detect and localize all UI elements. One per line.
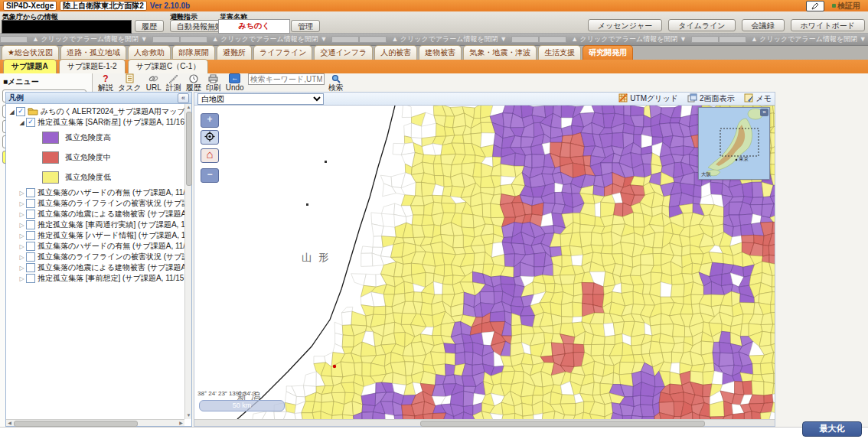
計測-tool[interactable]: 計測 bbox=[166, 73, 181, 92]
home-icon[interactable]: ⌂ bbox=[201, 148, 219, 163]
memo-button[interactable]: メモ bbox=[744, 93, 772, 104]
legend-root-row[interactable]: ◢✓みちのくALERT2024_サブ課題A用マップ bbox=[8, 106, 184, 117]
scroll-up-icon[interactable]: ▲ bbox=[185, 104, 192, 111]
search-input[interactable] bbox=[248, 73, 325, 85]
tab-1[interactable]: ★総合状況図 bbox=[2, 45, 59, 60]
legend-layer-row-3[interactable]: ▷孤立集落の地震による建物被害 (サブ課題A, 11/16 10:00時点) bbox=[8, 209, 184, 220]
scroll-left-icon[interactable]: ◀ bbox=[6, 420, 13, 427]
URL-tool[interactable]: URL bbox=[146, 73, 162, 92]
overview-map[interactable]: 東京 大阪 » bbox=[698, 107, 770, 180]
maximize-button[interactable]: 最大化 bbox=[802, 421, 862, 437]
timeline-button[interactable]: タイムライン bbox=[668, 19, 735, 31]
caret-closed-icon[interactable]: ▷ bbox=[18, 265, 25, 272]
印刷-tool[interactable]: 印刷 bbox=[206, 73, 221, 92]
caret-closed-icon[interactable]: ▷ bbox=[18, 243, 25, 250]
tool-label: 印刷 bbox=[206, 84, 221, 92]
pencil-icon[interactable] bbox=[806, 1, 824, 11]
caret-closed-icon[interactable]: ▷ bbox=[18, 275, 25, 282]
alarm-toggle[interactable]: ▲ クリックでアラーム情報を開閉 ▼ bbox=[539, 34, 719, 44]
zoom-out-button[interactable]: − bbox=[201, 168, 219, 183]
alarm-toggle-label: ▲ クリックでアラーム情報を開閉 ▼ bbox=[391, 34, 507, 44]
tab-9[interactable]: 建物被害 bbox=[419, 45, 462, 60]
caret-closed-icon[interactable]: ▷ bbox=[18, 190, 25, 197]
legend-layer-row-2[interactable]: ▷孤立集落のライフラインの被害状況 (サブ課題A, 11/16 10:00時点) bbox=[8, 198, 184, 209]
tab-11[interactable]: 生活支援 bbox=[538, 45, 581, 60]
tab-12[interactable]: 研究開発用 bbox=[582, 45, 633, 60]
legend-layer-row-6[interactable]: ▷孤立集落のハザードの有無 (サブ課題A, 11/15 10:00時点) bbox=[8, 241, 184, 252]
解説-tool[interactable]: ?解説 bbox=[98, 73, 113, 92]
tab-2[interactable]: 道路・孤立地域 bbox=[60, 45, 126, 60]
risk-swatch-3 bbox=[42, 171, 59, 184]
legend-layer-row-8[interactable]: ▷孤立集落の地震による建物被害 (サブ課題A, 11/15 10:00時点) bbox=[8, 262, 184, 273]
legend-layer-row-1[interactable]: ▷孤立集落のハザードの有無 (サブ課題A, 11/16 10:00時点) bbox=[8, 187, 184, 198]
legend-layer-row-4[interactable]: ▷推定孤立集落 [車両通行実績] (サブ課題A, 11/15 14:00時点) bbox=[8, 220, 184, 230]
caret-open-icon[interactable]: ◢ bbox=[8, 109, 15, 115]
legend-layer-row-7[interactable]: ▷孤立集落のライフラインの被害状況 (サブ課題A, 11/15 10:00時点) bbox=[8, 252, 184, 262]
checkbox-unchecked[interactable] bbox=[26, 220, 35, 229]
checkbox-checked[interactable]: ✓ bbox=[26, 118, 35, 127]
legend-layer-row-5[interactable]: ▷推定孤立集落 [ハザード情報] (サブ課題A, 11/15 10:00時点) bbox=[8, 230, 184, 241]
tab-7[interactable]: 交通インフラ bbox=[314, 45, 373, 60]
タスク-tool[interactable]: タスク bbox=[118, 73, 142, 92]
checkbox-unchecked[interactable] bbox=[26, 231, 35, 240]
disaster-name: みちのくALERT2024 bbox=[218, 19, 290, 34]
scroll-right-icon[interactable]: ▶ bbox=[178, 420, 184, 427]
legend-layer-row-9[interactable]: ▷推定孤立集落 [事前想定] (サブ課題A, 11/15 10:00時点) bbox=[8, 273, 184, 284]
alarm-toggle[interactable]: ▲ クリックでアラーム情報を開閉 ▼ bbox=[719, 34, 868, 44]
map-canvas[interactable]: 山形 + ⌂ − 38° 24' 23″ 139° 34' 3″ 新潟 50 k… bbox=[194, 106, 775, 419]
checkbox-unchecked[interactable] bbox=[26, 242, 35, 251]
legend-layer-label: 推定孤立集落 [車両通行実績] (サブ課題A, 11/15 14:00時点) bbox=[38, 220, 184, 230]
locate-icon[interactable] bbox=[201, 130, 219, 145]
app-name: SIP4D-Xedge bbox=[3, 1, 57, 11]
history-button[interactable]: 履歴 bbox=[135, 20, 164, 32]
tab-10[interactable]: 気象・地震・津波 bbox=[463, 45, 537, 60]
checkbox-unchecked[interactable] bbox=[26, 274, 35, 283]
tab-3[interactable]: 人命救助 bbox=[128, 45, 171, 60]
caret-closed-icon[interactable]: ▷ bbox=[18, 200, 25, 207]
tab-6[interactable]: ライフライン bbox=[253, 45, 312, 60]
utm-grid-button[interactable]: UTMグリッド bbox=[618, 93, 678, 104]
legend-horizontal-scrollbar[interactable]: ◀ ▶ bbox=[6, 419, 184, 426]
legend-vscroll-thumb[interactable] bbox=[186, 112, 192, 186]
alarm-toggle[interactable]: ▲ クリックでアラーム情報を開閉 ▼ bbox=[0, 34, 180, 44]
caret-closed-icon[interactable]: ▷ bbox=[18, 211, 25, 218]
zoom-in-button[interactable]: + bbox=[201, 113, 219, 128]
subtab-2[interactable]: サブ課題E-1-2 bbox=[59, 59, 126, 73]
legend-active-layer-row[interactable]: ◢✓推定孤立集落 [SAR衛星] (サブ課題A, 11/16 10:00時点) bbox=[8, 117, 184, 128]
subtab-1[interactable]: サブ課題A bbox=[3, 59, 57, 73]
map-horizontal-scrollbar[interactable] bbox=[194, 419, 775, 426]
Undo-tool[interactable]: ←Undo bbox=[226, 73, 244, 92]
checkbox-unchecked[interactable] bbox=[26, 252, 35, 262]
overview-collapse-button[interactable]: » bbox=[760, 109, 768, 116]
legend-hscroll-thumb[interactable] bbox=[14, 421, 138, 427]
checkbox-checked[interactable]: ✓ bbox=[16, 107, 25, 116]
tab-5[interactable]: 避難所 bbox=[217, 45, 252, 60]
basemap-select[interactable]: 白地図 bbox=[197, 93, 324, 105]
caret-closed-icon[interactable]: ▷ bbox=[18, 233, 25, 239]
legend-vertical-scrollbar[interactable]: ▲ ▼ bbox=[184, 104, 191, 419]
caret-closed-icon[interactable]: ▷ bbox=[18, 254, 25, 261]
履歴-tool[interactable]: 履歴 bbox=[186, 73, 201, 92]
caret-closed-icon[interactable]: ▷ bbox=[18, 222, 25, 229]
alarm-toggle[interactable]: ▲ クリックでアラーム情報を開閉 ▼ bbox=[180, 34, 360, 44]
whiteboard-button[interactable]: ホワイトボード bbox=[791, 19, 865, 31]
legend-collapse-button[interactable]: « bbox=[178, 93, 189, 103]
tab-4[interactable]: 部隊展開 bbox=[172, 45, 215, 60]
messenger-button[interactable]: メッセンジャー bbox=[588, 19, 662, 31]
tab-8[interactable]: 人的被害 bbox=[374, 45, 417, 60]
checkbox-unchecked[interactable] bbox=[26, 188, 35, 197]
minutes-button[interactable]: 会議録 bbox=[742, 19, 785, 31]
scroll-down-icon[interactable]: ▼ bbox=[185, 412, 192, 419]
dual-view-button[interactable]: 2画面表示 bbox=[687, 93, 735, 104]
checkbox-unchecked[interactable] bbox=[26, 263, 35, 272]
checkbox-unchecked[interactable] bbox=[26, 210, 35, 219]
checkbox-unchecked[interactable] bbox=[26, 199, 35, 208]
search-button[interactable]: 検索 bbox=[328, 73, 344, 92]
subtab-3[interactable]: サブ課題C（C-1） bbox=[128, 59, 209, 73]
alarm-bar[interactable]: ▲ クリックでアラーム情報を開閉 ▼▲ クリックでアラーム情報を開閉 ▼▲ クリ… bbox=[0, 34, 868, 46]
caret-open-icon[interactable]: ◢ bbox=[18, 119, 25, 126]
legend-layer-label: 孤立集落の地震による建物被害 (サブ課題A, 11/15 10:00時点) bbox=[38, 262, 184, 273]
map-hscroll-thumb[interactable] bbox=[420, 421, 705, 427]
alarm-toggle[interactable]: ▲ クリックでアラーム情報を開閉 ▼ bbox=[359, 34, 539, 44]
manage-button[interactable]: 管理 bbox=[291, 20, 320, 32]
